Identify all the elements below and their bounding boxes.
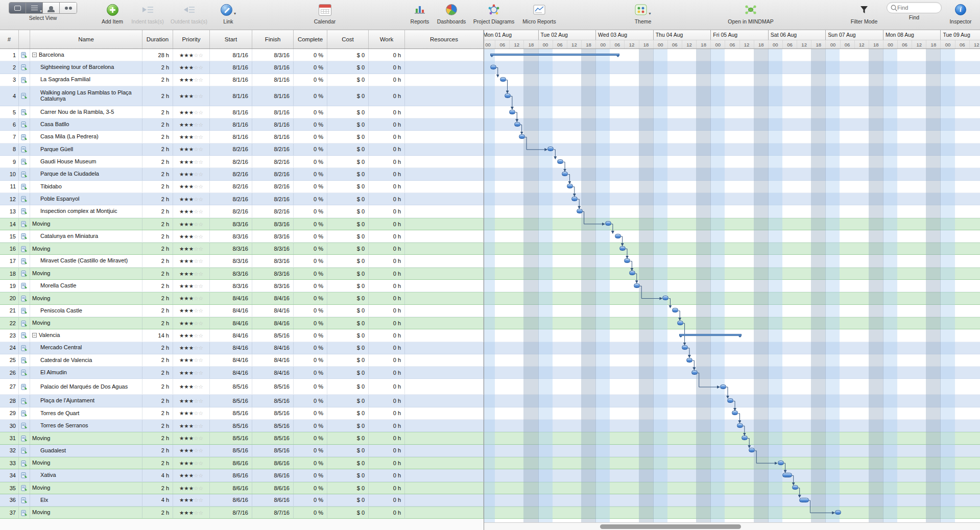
finish-cell[interactable]: 8/5/16 (252, 329, 294, 341)
priority-cell[interactable]: ★★★☆☆ (173, 407, 210, 419)
row-number[interactable]: 36 (0, 494, 19, 506)
task-icon-cell[interactable] (19, 255, 30, 267)
row-number[interactable]: 11 (0, 181, 19, 192)
table-row[interactable]: 6Casa Batllo2 h★★★☆☆8/1/168/1/160 %$ 00 … (0, 118, 484, 131)
priority-cell[interactable]: ★★★☆☆ (173, 131, 210, 142)
outdent-task-button[interactable]: Outdent task(s) (163, 2, 214, 25)
task-icon-cell[interactable] (19, 457, 30, 469)
dashboards-button[interactable]: Dashboards (431, 2, 472, 25)
search-box[interactable] (887, 2, 942, 13)
row-number[interactable]: 30 (0, 420, 19, 431)
duration-cell[interactable]: 2 h (142, 118, 173, 130)
cost-cell[interactable]: $ 0 (327, 181, 369, 192)
table-row[interactable]: 7Casa Mila (La Pedrera)2 h★★★☆☆8/1/168/1… (0, 131, 484, 143)
start-cell[interactable]: 8/4/16 (210, 305, 252, 317)
task-name-cell[interactable]: Casa Batllo (30, 118, 142, 130)
start-cell[interactable]: 8/2/16 (210, 181, 252, 192)
resources-cell[interactable] (405, 74, 484, 86)
task-name-cell[interactable]: Plaça de l'Ajuntament (30, 395, 142, 406)
table-row[interactable]: 3La Sagrada Familial2 h★★★☆☆8/1/168/1/16… (0, 74, 484, 86)
start-cell[interactable]: 8/6/16 (210, 457, 252, 469)
start-cell[interactable]: 8/6/16 (210, 469, 252, 481)
row-number[interactable]: 5 (0, 106, 19, 118)
task-bar[interactable] (749, 448, 755, 452)
task-bar[interactable] (605, 221, 611, 226)
work-cell[interactable]: 0 h (369, 156, 405, 167)
table-row[interactable]: 10Parque de la Ciudadela2 h★★★☆☆8/2/168/… (0, 168, 484, 180)
task-name-cell[interactable]: Mercado Central (30, 342, 142, 354)
summary-bar[interactable] (490, 54, 619, 56)
start-cell[interactable]: 8/1/16 (210, 49, 252, 61)
task-icon-cell[interactable] (19, 318, 30, 329)
complete-cell[interactable]: 0 % (294, 395, 327, 406)
finish-cell[interactable]: 8/5/16 (252, 445, 294, 456)
start-cell[interactable]: 8/5/16 (210, 420, 252, 431)
table-row[interactable]: 13Inspection complex at Montjuic2 h★★★☆☆… (0, 205, 484, 218)
view-report-segment[interactable] (60, 3, 77, 13)
resources-cell[interactable] (405, 181, 484, 192)
complete-cell[interactable]: 0 % (294, 469, 327, 481)
task-bar[interactable] (567, 184, 573, 188)
duration-cell[interactable]: 4 h (142, 469, 173, 481)
task-name-cell[interactable]: −Barcelona (30, 49, 142, 61)
complete-cell[interactable]: 0 % (294, 255, 327, 267)
complete-cell[interactable]: 0 % (294, 219, 327, 230)
work-cell[interactable]: 0 h (369, 483, 405, 494)
work-cell[interactable]: 0 h (369, 74, 405, 86)
row-number[interactable]: 7 (0, 131, 19, 142)
start-cell[interactable]: 8/2/16 (210, 143, 252, 155)
resources-cell[interactable] (405, 305, 484, 317)
start-cell[interactable]: 8/3/16 (210, 280, 252, 292)
calendar-button[interactable]: Calendar (307, 2, 343, 25)
column-header-number[interactable]: # (0, 30, 19, 49)
priority-cell[interactable]: ★★★☆☆ (173, 118, 210, 130)
task-icon-cell[interactable] (19, 193, 30, 205)
task-bar[interactable] (577, 209, 583, 213)
resources-cell[interactable] (405, 61, 484, 73)
duration-cell[interactable]: 2 h (142, 407, 173, 419)
complete-cell[interactable]: 0 % (294, 61, 327, 73)
work-cell[interactable]: 0 h (369, 329, 405, 341)
resources-cell[interactable] (405, 469, 484, 481)
duration-cell[interactable]: 2 h (142, 367, 173, 378)
duration-cell[interactable]: 2 h (142, 268, 173, 279)
task-name-cell[interactable]: Miravet Castle (Castillo de Miravet) (30, 255, 142, 267)
task-bar[interactable] (799, 498, 809, 502)
task-icon-cell[interactable] (19, 49, 30, 61)
resources-cell[interactable] (405, 106, 484, 118)
start-cell[interactable]: 8/3/16 (210, 243, 252, 254)
task-icon-cell[interactable] (19, 379, 30, 394)
complete-cell[interactable]: 0 % (294, 329, 327, 341)
view-gantt-segment[interactable] (9, 3, 26, 13)
cost-cell[interactable]: $ 0 (327, 395, 369, 406)
start-cell[interactable]: 8/3/16 (210, 219, 252, 230)
task-icon-cell[interactable] (19, 131, 30, 142)
start-cell[interactable]: 8/2/16 (210, 193, 252, 205)
find-control[interactable]: Find (886, 2, 942, 20)
work-cell[interactable]: 0 h (369, 507, 405, 518)
start-cell[interactable]: 8/2/16 (210, 168, 252, 180)
resources-cell[interactable] (405, 420, 484, 431)
task-icon-cell[interactable] (19, 407, 30, 419)
finish-cell[interactable]: 8/1/16 (252, 106, 294, 118)
task-name-cell[interactable]: Walking along Las Ramblas to Plaça Catal… (30, 86, 142, 106)
task-icon-cell[interactable] (19, 483, 30, 494)
finish-cell[interactable]: 8/1/16 (252, 86, 294, 106)
row-number[interactable]: 18 (0, 268, 19, 279)
complete-cell[interactable]: 0 % (294, 118, 327, 130)
table-row[interactable]: 28Plaça de l'Ajuntament2 h★★★☆☆8/5/168/5… (0, 395, 484, 407)
task-bar[interactable] (615, 234, 621, 238)
work-cell[interactable]: 0 h (369, 205, 405, 217)
open-in-mindmap-button[interactable]: Open in MINDMAP (720, 2, 781, 25)
cost-cell[interactable]: $ 0 (327, 86, 369, 106)
table-row[interactable]: 15Catalunya en Miniatura2 h★★★☆☆8/3/168/… (0, 230, 484, 243)
resources-cell[interactable] (405, 494, 484, 506)
cost-cell[interactable]: $ 0 (327, 293, 369, 304)
table-row[interactable]: 1−Barcelona28 h★★★☆☆8/1/168/3/160 %$ 00 … (0, 49, 484, 61)
complete-cell[interactable]: 0 % (294, 293, 327, 304)
finish-cell[interactable]: 8/1/16 (252, 74, 294, 86)
view-segmented-control[interactable]: ▾ (9, 2, 77, 14)
cost-cell[interactable]: $ 0 (327, 367, 369, 378)
start-cell[interactable]: 8/1/16 (210, 118, 252, 130)
priority-cell[interactable]: ★★★☆☆ (173, 86, 210, 106)
